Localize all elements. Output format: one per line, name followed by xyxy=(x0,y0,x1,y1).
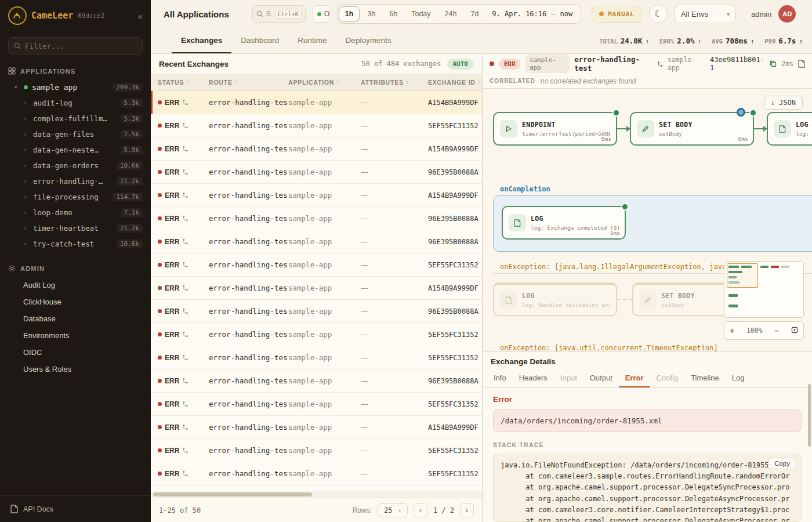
time-range-button[interactable]: 24h xyxy=(438,6,463,21)
date-range-display[interactable]: 9. Apr. 16:16 — now xyxy=(485,10,579,18)
status-cell: ERR xyxy=(158,191,209,200)
table-row[interactable]: ERR error-handling-test sample-app — 5EF… xyxy=(151,439,482,462)
sidebar-item-sample-app[interactable]: ▾ sample app 209.3k xyxy=(0,79,151,95)
table-row[interactable]: ERR error-handling-test sample-app — 5EF… xyxy=(151,253,482,277)
flow-minimap[interactable] xyxy=(724,261,804,318)
branch-icon xyxy=(182,354,188,361)
sidebar-route-item[interactable]: › data-gen-neste… 5.9k xyxy=(0,142,151,158)
sidebar-admin-item[interactable]: Database xyxy=(0,310,151,327)
auto-refresh-badge[interactable]: AUTO xyxy=(447,59,474,70)
table-row[interactable]: ERR error-handling-test sample-app — 96E… xyxy=(151,369,482,393)
details-tab[interactable]: Timeline xyxy=(684,370,726,387)
column-header[interactable]: APPLICATION ↕ xyxy=(288,79,361,86)
table-row[interactable]: ERR error-handling-test sample-app — 5EF… xyxy=(151,114,482,137)
sidebar-filter[interactable] xyxy=(8,37,143,55)
table-row[interactable]: ERR error-handling-test sample-app — A15… xyxy=(151,416,482,439)
details-tab[interactable]: Error xyxy=(619,370,650,387)
flow-node-completion-log[interactable]: LOG log: Exchange completed [${exchan 1m… xyxy=(502,206,626,240)
global-search[interactable]: S… Ctrl+K xyxy=(252,5,306,23)
time-range-button[interactable]: Today xyxy=(405,6,437,21)
fit-view-button[interactable] xyxy=(791,326,798,335)
copy-stack-trace-button[interactable]: Copy xyxy=(768,458,796,469)
flow-node-endpoint[interactable]: ENDPOINT timer:errorTest?period=5000&del… xyxy=(493,112,617,146)
zoom-in-button[interactable]: + xyxy=(730,326,734,335)
sidebar-admin-item[interactable]: OIDC xyxy=(0,344,151,361)
column-header[interactable]: ROUTE ↕ xyxy=(209,79,288,86)
flow-node-exception-log[interactable]: LOG log: Handled validation error: ${exc… xyxy=(493,282,617,316)
sidebar-admin-item[interactable]: ClickHouse xyxy=(0,293,151,310)
sidebar-route-item[interactable]: › error-handling-… 21.2k xyxy=(0,173,151,189)
sidebar-admin-item[interactable]: Users & Roles xyxy=(0,361,151,378)
flow-node-log[interactable]: LOG log: Sta xyxy=(767,112,812,146)
main-tab[interactable]: Deployments xyxy=(336,28,401,53)
table-row[interactable]: ERR error-handling-test sample-app — 96E… xyxy=(151,161,482,184)
sidebar-route-item[interactable]: › loop-demo 7.1k xyxy=(0,205,151,220)
status-cell: ERR xyxy=(158,145,209,153)
user-avatar[interactable]: AD xyxy=(778,5,796,23)
zoom-out-button[interactable]: − xyxy=(774,326,779,335)
details-tab[interactable]: Input xyxy=(554,370,583,387)
route-name: error-handling-… xyxy=(33,177,103,186)
time-range-button[interactable]: 3h xyxy=(361,6,382,21)
table-row[interactable]: ERR error-handling-test sample-app — 96E… xyxy=(151,300,482,323)
vertical-scrollbar[interactable] xyxy=(808,384,811,447)
sidebar-route-item[interactable]: › timer-heartbeat 21.2k xyxy=(0,220,151,236)
error-dot-icon xyxy=(158,425,162,429)
details-tab[interactable]: Headers xyxy=(513,370,554,387)
download-json-button[interactable]: ↓ JSON xyxy=(764,96,803,110)
previous-page-button[interactable]: ‹ xyxy=(414,503,427,517)
details-tab[interactable]: Config xyxy=(650,370,685,387)
table-row[interactable]: ERR error-handling-test sample-app — 5EF… xyxy=(151,462,482,485)
column-header[interactable]: ATTRIBUTES ↕ xyxy=(361,79,428,86)
table-row[interactable]: ERR error-handling-test sample-app — 5EF… xyxy=(151,346,482,369)
dark-mode-toggle[interactable]: ☾ xyxy=(649,5,668,23)
main-tab[interactable]: Exchanges xyxy=(172,28,231,53)
table-row[interactable]: ERR error-handling-test sample-app — A15… xyxy=(151,277,482,300)
sidebar-admin-item[interactable]: Environments xyxy=(0,327,151,344)
details-tab[interactable]: Info xyxy=(487,370,513,387)
copy-exchange-id-button[interactable] xyxy=(770,60,777,67)
application-cell: sample-app xyxy=(288,284,361,292)
error-message-box: /data/orders/incoming/order-81955.xml xyxy=(493,409,802,432)
live-status-toggle[interactable]: O xyxy=(313,5,330,23)
manual-refresh-toggle[interactable]: MANUAL xyxy=(592,6,642,23)
filter-input[interactable] xyxy=(25,42,137,50)
time-range-button[interactable]: 7d xyxy=(464,6,485,21)
table-row[interactable]: ERR error-handling-test sample-app — 96E… xyxy=(151,207,482,230)
date-from: 9. Apr. 16:16 xyxy=(492,10,546,18)
sidebar-route-item[interactable]: › try-catch-test 10.6k xyxy=(0,236,151,252)
error-dot-icon xyxy=(158,240,162,244)
main-tab[interactable]: Runtime xyxy=(288,28,336,53)
flow-canvas[interactable]: ↓ JSON ENDPOINT timer:errorTest?period=5… xyxy=(483,89,812,351)
sidebar-route-item[interactable]: › complex-fulfillm… 5.3k xyxy=(0,111,151,126)
table-row[interactable]: ERR error-handling-test sample-app — 5EF… xyxy=(151,323,482,346)
table-row[interactable]: ERR error-handling-test sample-app — 5EF… xyxy=(151,393,482,416)
table-row[interactable]: ERR error-handling-test sample-app — 96E… xyxy=(151,230,482,253)
table-row[interactable]: ERR error-handling-test sample-app — A15… xyxy=(151,184,482,207)
sidebar-collapse-button[interactable]: « xyxy=(138,11,143,21)
time-range-button[interactable]: 1h xyxy=(339,6,360,21)
column-header[interactable]: EXCHANGE ID ↕ xyxy=(428,79,482,86)
sidebar-route-item[interactable]: › data-gen-files 7.5k xyxy=(0,126,151,142)
node-title: ENDPOINT xyxy=(522,121,610,129)
details-tab[interactable]: Output xyxy=(583,370,619,387)
rows-per-page-select[interactable]: 25 ▾ xyxy=(378,503,408,517)
flow-node-setbody[interactable]: SET BODY setBody 0ms xyxy=(630,112,754,146)
table-row[interactable]: ERR error-handling-test sample-app — A15… xyxy=(151,91,482,114)
sidebar-route-item[interactable]: › audit-log 5.3k xyxy=(0,95,151,111)
column-header[interactable]: STATUS ↕ xyxy=(158,79,209,86)
time-range-button[interactable]: 6h xyxy=(383,6,404,21)
route-count-badge: 21.2k xyxy=(117,177,143,186)
horizontal-scrollbar[interactable] xyxy=(153,492,312,496)
api-docs-link[interactable]: API Docs xyxy=(0,495,151,522)
next-page-button[interactable]: › xyxy=(460,503,474,517)
copy-document-button[interactable] xyxy=(798,60,805,68)
details-tab[interactable]: Log xyxy=(726,370,751,387)
sidebar-admin-item[interactable]: Audit Log xyxy=(0,277,151,293)
main-tab[interactable]: Dashboard xyxy=(231,28,288,53)
sidebar-route-item[interactable]: › file-processing 114.7k xyxy=(0,189,151,205)
table-row[interactable]: ERR error-handling-test sample-app — A15… xyxy=(151,137,482,161)
sidebar-route-item[interactable]: › data-gen-orders 10.6k xyxy=(0,158,151,173)
trend-up-icon: ↑ xyxy=(751,38,755,45)
environment-select[interactable]: All Envs ▾ xyxy=(675,5,736,23)
